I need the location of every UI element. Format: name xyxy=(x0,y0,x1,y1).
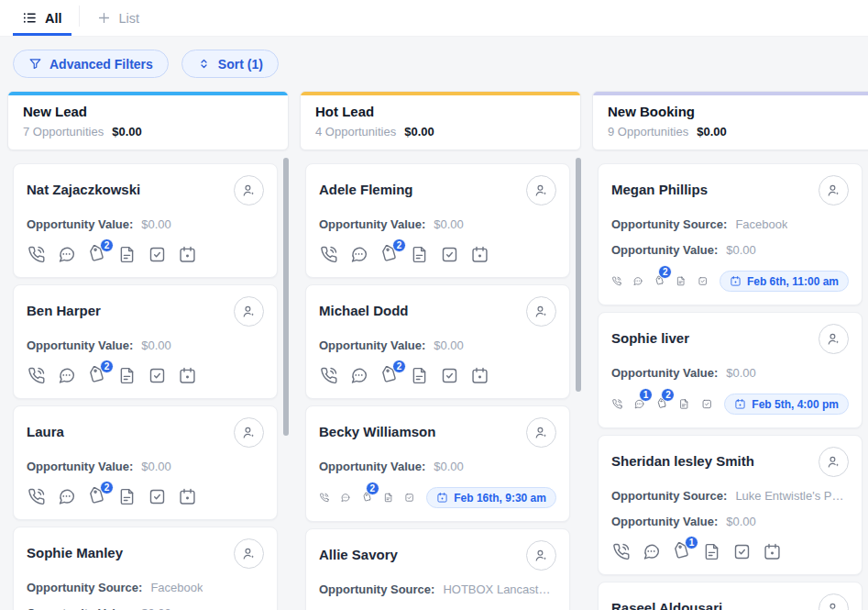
task-icon[interactable] xyxy=(404,488,414,507)
plus-icon xyxy=(96,10,112,26)
user-add-icon xyxy=(241,304,257,319)
phone-icon[interactable] xyxy=(611,272,621,291)
field-value: $0.00 xyxy=(141,460,171,473)
tag-icon[interactable]: 2 xyxy=(379,366,399,385)
opportunity-card[interactable]: Megan PhillipsOpportunity Source:Faceboo… xyxy=(598,163,863,305)
contact-name: Sophie Manley xyxy=(27,538,123,560)
phone-icon[interactable] xyxy=(27,245,46,264)
tag-icon[interactable]: 2 xyxy=(656,394,667,414)
appointment-date-badge[interactable]: Feb 16th, 9:30 am xyxy=(426,487,556,508)
opportunity-card[interactable]: LauraOpportunity Value:$0.002 xyxy=(13,405,278,520)
opportunity-card[interactable]: Raseel AldousariOpportunity Source:Faceb… xyxy=(598,582,863,610)
tag-icon[interactable]: 2 xyxy=(87,487,106,506)
assign-user-button[interactable] xyxy=(819,175,849,205)
task-icon[interactable] xyxy=(440,366,459,385)
assign-user-button[interactable] xyxy=(819,593,849,610)
assign-user-button[interactable] xyxy=(526,417,556,448)
task-icon[interactable] xyxy=(148,366,167,385)
assign-user-button[interactable] xyxy=(234,296,264,327)
tab-all[interactable]: All xyxy=(13,0,71,36)
phone-icon[interactable] xyxy=(319,366,338,385)
assign-user-button[interactable] xyxy=(819,324,849,354)
calendar-icon[interactable] xyxy=(178,245,197,264)
note-icon[interactable] xyxy=(678,394,689,414)
opportunity-card[interactable]: Michael DoddOpportunity Value:$0.002 xyxy=(305,284,570,399)
column-scrollbar[interactable] xyxy=(283,158,289,436)
appointment-date-badge[interactable]: Feb 6th, 11:00 am xyxy=(720,271,849,292)
pipeline-column: New Lead7 Opportunities$0.00Nat Zajaczko… xyxy=(7,91,289,610)
chat-icon[interactable] xyxy=(349,366,368,385)
note-icon[interactable] xyxy=(676,272,686,291)
column-header[interactable]: Hot Lead4 Opportunities$0.00 xyxy=(300,91,581,150)
user-add-icon xyxy=(826,601,841,610)
opportunity-card[interactable]: Sophie liverOpportunity Value:$0.0012Feb… xyxy=(598,312,863,428)
calendar-icon[interactable] xyxy=(178,366,197,385)
assign-user-button[interactable] xyxy=(234,175,264,205)
tag-icon[interactable]: 1 xyxy=(672,542,691,561)
tab-add-list-label: List xyxy=(119,11,140,26)
task-icon[interactable] xyxy=(732,542,752,561)
assign-user-button[interactable] xyxy=(526,175,556,205)
note-icon[interactable] xyxy=(117,366,137,385)
contact-name: Michael Dodd xyxy=(319,296,409,318)
task-icon[interactable] xyxy=(698,272,708,291)
chat-icon[interactable]: 1 xyxy=(633,394,644,414)
calendar-icon[interactable] xyxy=(470,366,489,385)
card-field-row: Opportunity Source:Facebook xyxy=(611,217,849,231)
phone-icon[interactable] xyxy=(319,245,338,264)
phone-icon[interactable] xyxy=(27,487,46,506)
note-icon[interactable] xyxy=(410,366,429,385)
opportunity-card[interactable]: Ben HarperOpportunity Value:$0.002 xyxy=(13,284,278,399)
tag-icon[interactable]: 2 xyxy=(654,272,665,291)
task-icon[interactable] xyxy=(440,245,459,264)
note-icon[interactable] xyxy=(383,488,393,507)
assign-user-button[interactable] xyxy=(526,540,556,571)
card-field-row: Opportunity Value:$0.00 xyxy=(27,217,264,231)
user-add-icon xyxy=(826,454,841,470)
column-scrollbar[interactable] xyxy=(576,158,581,392)
calendar-icon[interactable] xyxy=(178,487,197,506)
task-icon[interactable] xyxy=(701,394,712,414)
note-icon[interactable] xyxy=(117,487,137,506)
chat-icon[interactable] xyxy=(632,272,643,291)
chat-icon[interactable] xyxy=(349,245,368,264)
field-label: Opportunity Value: xyxy=(27,606,133,610)
opportunity-card[interactable]: Becky WilliamsonOpportunity Value:$0.002… xyxy=(305,405,570,522)
column-header[interactable]: New Booking9 Opportunities$0.00 xyxy=(592,91,868,150)
opportunity-card[interactable]: Sophie ManleyOpportunity Source:Facebook… xyxy=(13,527,278,610)
phone-icon[interactable] xyxy=(611,394,622,414)
appointment-date-badge[interactable]: Feb 5th, 4:00 pm xyxy=(724,394,849,415)
chat-icon[interactable] xyxy=(57,487,76,506)
calendar-icon[interactable] xyxy=(470,245,489,264)
note-icon[interactable] xyxy=(410,245,429,264)
tab-add-list[interactable]: List xyxy=(87,0,149,36)
advanced-filters-button[interactable]: Advanced Filters xyxy=(13,50,169,78)
phone-icon[interactable] xyxy=(611,542,631,561)
assign-user-button[interactable] xyxy=(234,417,264,448)
calendar-icon[interactable] xyxy=(763,542,782,561)
task-icon[interactable] xyxy=(148,245,167,264)
assign-user-button[interactable] xyxy=(234,538,264,569)
opportunity-card[interactable]: Allie SavoryOpportunity Source:HOTBOX La… xyxy=(305,528,570,610)
phone-icon[interactable] xyxy=(27,366,46,385)
tag-icon[interactable]: 2 xyxy=(379,245,399,264)
assign-user-button[interactable] xyxy=(819,447,849,477)
chat-icon[interactable] xyxy=(642,542,661,561)
chat-icon[interactable] xyxy=(57,245,76,264)
phone-icon[interactable] xyxy=(319,488,329,507)
note-icon[interactable] xyxy=(702,542,721,561)
tag-icon[interactable]: 2 xyxy=(362,488,372,507)
tag-icon[interactable]: 2 xyxy=(87,366,106,385)
opportunity-card[interactable]: Nat ZajaczkowskiOpportunity Value:$0.002 xyxy=(13,163,278,278)
field-value: HOTBOX Lancaster In ... xyxy=(443,582,556,596)
column-header[interactable]: New Lead7 Opportunities$0.00 xyxy=(7,91,289,150)
tag-icon[interactable]: 2 xyxy=(87,245,106,264)
note-icon[interactable] xyxy=(117,245,137,264)
opportunity-card[interactable]: Sheridan lesley SmithOpportunity Source:… xyxy=(598,435,863,575)
sort-button[interactable]: Sort (1) xyxy=(181,50,279,78)
chat-icon[interactable] xyxy=(57,366,76,385)
opportunity-card[interactable]: Adele FlemingOpportunity Value:$0.002 xyxy=(305,163,570,278)
task-icon[interactable] xyxy=(148,487,167,506)
assign-user-button[interactable] xyxy=(526,296,556,327)
chat-icon[interactable] xyxy=(340,488,350,507)
